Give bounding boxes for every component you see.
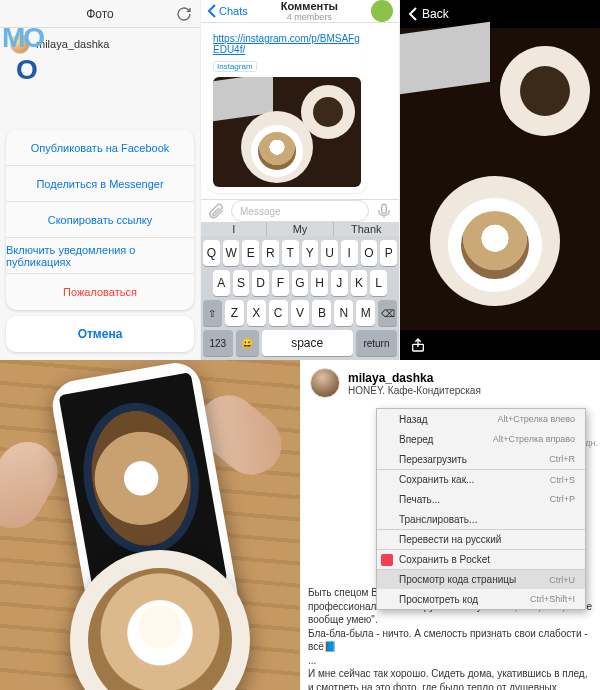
message-input[interactable]: Message [231, 200, 369, 222]
cancel-button[interactable]: Отмена [6, 316, 194, 352]
menu-save-as[interactable]: Сохранить как...Ctrl+S [377, 469, 585, 489]
back-label: Chats [219, 5, 248, 17]
menu-translate[interactable]: Перевести на русский [377, 529, 585, 549]
key-x[interactable]: X [247, 300, 266, 326]
key-q[interactable]: Q [203, 240, 220, 266]
chat-title[interactable]: Комменты 4 members [248, 0, 371, 22]
fullscreen-photo[interactable] [400, 28, 600, 330]
numbers-key[interactable]: 123 [203, 330, 233, 356]
refresh-icon[interactable] [176, 6, 192, 22]
key-t[interactable]: T [282, 240, 299, 266]
shared-link[interactable]: https://instagram.com/p/BMSAFgEDU4f/ [213, 33, 361, 55]
user-row: milaya_dashka [0, 28, 200, 60]
key-d[interactable]: D [252, 270, 269, 296]
key-w[interactable]: W [223, 240, 240, 266]
back-to-chats-button[interactable]: Chats [207, 4, 248, 18]
key-s[interactable]: S [233, 270, 250, 296]
post-header: milaya_dashka HONEY. Кафе-Кондитерская [300, 360, 600, 400]
menu-print[interactable]: Печать...Ctrl+P [377, 489, 585, 509]
key-e[interactable]: E [242, 240, 259, 266]
backspace-key[interactable]: ⌫ [378, 300, 397, 326]
chat-avatar[interactable] [371, 0, 393, 22]
link-preview-image[interactable] [213, 77, 361, 187]
mic-icon[interactable] [375, 202, 393, 220]
chat-name: Комменты [248, 0, 371, 12]
avatar[interactable] [310, 368, 340, 398]
post-location[interactable]: HONEY. Кафе-Кондитерская [348, 385, 481, 396]
keyboard: Q W E R T Y U I O P A S D F G H [201, 236, 399, 360]
key-k[interactable]: K [351, 270, 368, 296]
cookie-shape [520, 66, 570, 116]
space-key[interactable]: space [262, 330, 353, 356]
key-b[interactable]: B [312, 300, 331, 326]
placeholder-text: Message [240, 206, 281, 217]
camera-preview [72, 394, 211, 563]
message-input-bar: Message [201, 199, 399, 222]
post-username[interactable]: milaya_dashka [348, 371, 481, 385]
pocket-icon [381, 554, 393, 566]
report-button[interactable]: Пожаловаться [6, 274, 194, 310]
key-j[interactable]: J [331, 270, 348, 296]
menu-view-source[interactable]: Просмотр кода страницыCtrl+U [377, 569, 585, 589]
key-l[interactable]: L [370, 270, 387, 296]
caption-line-2: Бла-бла-была - ничто. А смелость признат… [308, 627, 592, 654]
key-h[interactable]: H [311, 270, 328, 296]
key-a[interactable]: A [213, 270, 230, 296]
key-v[interactable]: V [291, 300, 310, 326]
key-row-4: 123 😀 space return [203, 330, 397, 356]
menu-pocket[interactable]: Сохранить в Pocket [377, 549, 585, 569]
key-p[interactable]: P [380, 240, 397, 266]
share-icon[interactable] [410, 337, 426, 353]
username: milaya_dashka [36, 38, 109, 50]
caption-line-3: ... [308, 654, 592, 668]
lifestyle-photo [0, 360, 300, 690]
viewer-footer [400, 330, 600, 360]
key-z[interactable]: Z [225, 300, 244, 326]
share-messenger-button[interactable]: Поделиться в Messenger [6, 166, 194, 202]
key-y[interactable]: Y [302, 240, 319, 266]
suggestion-3[interactable]: Thank [334, 222, 399, 236]
key-u[interactable]: U [321, 240, 338, 266]
copy-link-button[interactable]: Скопировать ссылку [6, 202, 194, 238]
shift-key[interactable]: ⇧ [203, 300, 222, 326]
attach-icon[interactable] [207, 202, 225, 220]
member-count: 4 members [248, 12, 371, 22]
key-row-1: Q W E R T Y U I O P [203, 240, 397, 266]
share-facebook-button[interactable]: Опубликовать на Facebook [6, 130, 194, 166]
key-f[interactable]: F [272, 270, 289, 296]
key-n[interactable]: N [334, 300, 353, 326]
messages-area: https://instagram.com/p/BMSAFgEDU4f/ Ins… [201, 23, 399, 199]
emoji-key[interactable]: 😀 [236, 330, 259, 356]
key-row-3: ⇧ Z X C V B N M ⌫ [203, 300, 397, 326]
menu-reload[interactable]: ПерезагрузитьCtrl+R [377, 449, 585, 469]
header-title: Фото [24, 7, 176, 21]
enable-notifications-button[interactable]: Включить уведомления о публикациях [6, 238, 194, 274]
context-menu: НазадAlt+Стрелка влево ВпередAlt+Стрелка… [376, 408, 586, 610]
return-key[interactable]: return [356, 330, 397, 356]
key-r[interactable]: R [262, 240, 279, 266]
instagram-web-panel: milaya_dashka HONEY. Кафе-Кондитерская д… [300, 360, 600, 690]
key-o[interactable]: O [361, 240, 378, 266]
suggestion-2[interactable]: My [267, 222, 333, 236]
instagram-share-panel: Фото milaya_dashka MOO Опубликовать на F… [0, 0, 200, 360]
menu-forward[interactable]: ВпередAlt+Стрелка вправо [377, 429, 585, 449]
menu-inspect[interactable]: Просмотреть кодCtrl+Shift+I [377, 589, 585, 609]
panel1-header: Фото [0, 0, 200, 28]
menu-back[interactable]: НазадAlt+Стрелка влево [377, 409, 585, 429]
chevron-left-icon [408, 7, 418, 21]
key-row-2: A S D F G H J K L [203, 270, 397, 296]
key-m[interactable]: M [356, 300, 375, 326]
menu-cast[interactable]: Транслировать... [377, 509, 585, 529]
viewer-header: Back [400, 0, 600, 28]
key-c[interactable]: C [269, 300, 288, 326]
suggestion-1[interactable]: I [201, 222, 267, 236]
key-g[interactable]: G [292, 270, 309, 296]
chevron-left-icon [207, 4, 217, 18]
svg-rect-0 [382, 204, 387, 213]
cup-shape [448, 198, 542, 292]
chat-header: Chats Комменты 4 members [201, 0, 399, 23]
photo-viewer-panel: Back [400, 0, 600, 360]
key-i[interactable]: I [341, 240, 358, 266]
back-button[interactable]: Back [422, 7, 449, 21]
message-bubble: https://instagram.com/p/BMSAFgEDU4f/ Ins… [207, 29, 367, 193]
